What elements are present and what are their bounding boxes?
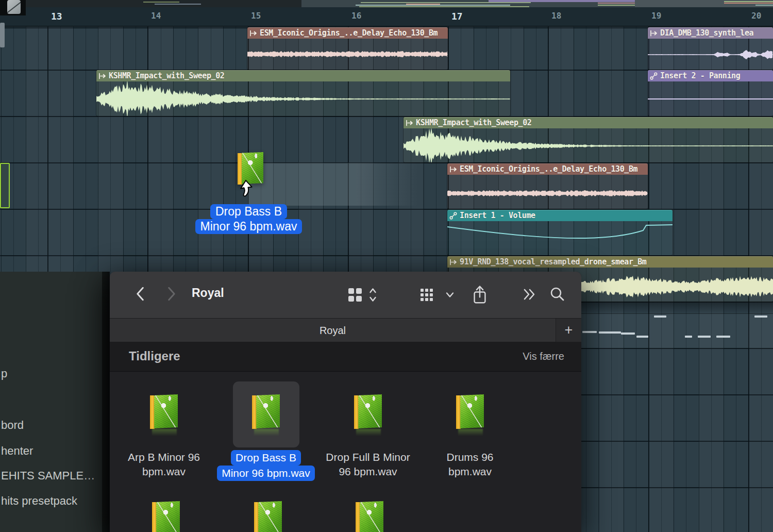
- group-by-button[interactable]: [420, 288, 433, 302]
- file-icon-face: [460, 394, 484, 428]
- drag-label-line1: Drop Bass B: [210, 204, 287, 219]
- file-label[interactable]: Drop Bass BMinor 96 bpm.wav: [212, 450, 320, 481]
- file-icon-spine: [356, 502, 360, 532]
- playlist-timeline[interactable]: 1314151617181920: [0, 7, 773, 27]
- midi-clip-shadow-band: [577, 302, 773, 314]
- vertical-scrollbar-handle[interactable]: [0, 23, 5, 47]
- sidebar-item[interactable]: p: [1, 367, 7, 380]
- file-name-line2: 96 bpm.wav: [339, 464, 397, 479]
- screen: 1314151617181920 pbordhenterEHITS SAMPLE…: [0, 0, 773, 532]
- file-icon-spine: [354, 395, 359, 429]
- file-icon[interactable]: [354, 394, 382, 429]
- section-title: Tidligere: [129, 349, 180, 363]
- file-icon-face: [156, 501, 180, 532]
- file-icon-spine: [254, 502, 259, 532]
- file-icon[interactable]: [150, 394, 178, 429]
- chevron-down-icon[interactable]: [446, 292, 454, 298]
- view-sort-chevrons-icon[interactable]: [369, 287, 377, 303]
- midi-note: [621, 332, 635, 335]
- file-label[interactable]: Drop Full B Minor96 bpm.wav: [314, 450, 422, 479]
- drag-label-line2: Minor 96 bpm.wav: [195, 219, 303, 234]
- file-icon[interactable]: [252, 394, 280, 429]
- timeline-bar-number: 20: [751, 11, 761, 21]
- sidebar-item[interactable]: bord: [1, 419, 24, 432]
- file-icon-reflection: [356, 429, 381, 436]
- midi-note: [582, 331, 597, 333]
- tab-royal[interactable]: Royal: [110, 319, 556, 342]
- finder-file-grid: Arp B Minor 96bpm.wavDrop Bass BMinor 96…: [110, 372, 581, 532]
- file-icon-reflection: [458, 429, 483, 436]
- icon-view-button[interactable]: [348, 288, 362, 302]
- file-icon[interactable]: [456, 394, 484, 429]
- playlist-corner-widget[interactable]: [7, 0, 21, 14]
- file-name-line1: Drop Bass B: [231, 450, 301, 466]
- finder-toolbar: Royal: [110, 272, 581, 318]
- file-icon-spine: [456, 395, 461, 429]
- finder-section-header: Tidligere Vis færre: [110, 342, 581, 372]
- overview-mini-clip: [598, 5, 635, 6]
- file-icon-partial[interactable]: [152, 501, 180, 532]
- midi-note: [716, 336, 730, 338]
- midi-note: [599, 331, 621, 334]
- file-icon-face: [242, 152, 264, 184]
- back-button[interactable]: [136, 287, 144, 301]
- overview-mini-clip: [724, 1, 773, 2]
- timeline-bar-number: 17: [451, 11, 463, 22]
- timeline-bar-number: 14: [151, 11, 161, 21]
- timeline-bar-number: 18: [551, 11, 561, 21]
- more-toolbar-items-icon[interactable]: [523, 289, 536, 300]
- overview-mini-clip: [361, 2, 531, 3]
- finder-sidebar: pbordhenterEHITS SAMPLE…hits presetpack: [0, 272, 102, 532]
- midi-note: [654, 315, 666, 318]
- search-icon[interactable]: [549, 286, 565, 302]
- file-name-line2: bpm.wav: [142, 464, 186, 479]
- overview-mini-clip: [143, 2, 179, 3]
- file-icon-partial[interactable]: [356, 501, 383, 532]
- timeline-bar-number: 15: [251, 11, 261, 21]
- finder-sidebar-divider: [102, 272, 110, 532]
- show-fewer-link[interactable]: Vis færre: [523, 351, 564, 362]
- pattern-clip[interactable]: [0, 163, 10, 208]
- overview-mini-clip: [755, 5, 773, 6]
- timeline-bar-number: 16: [351, 11, 361, 21]
- overview-mini-clip: [598, 3, 635, 4]
- file-label[interactable]: Arp B Minor 96bpm.wav: [110, 450, 218, 479]
- file-icon-spine: [150, 395, 155, 429]
- file-name-line2: bpm.wav: [448, 464, 492, 479]
- timeline-bar-number: 13: [51, 11, 62, 22]
- file-label[interactable]: Drums 96bpm.wav: [416, 450, 524, 479]
- file-icon-face: [360, 501, 383, 532]
- timeline-bar-number: 19: [651, 11, 661, 21]
- share-icon[interactable]: [472, 285, 488, 305]
- drag-label: Drop Bass B Minor 96 bpm.wav: [186, 204, 312, 234]
- file-icon-spine: [152, 502, 157, 532]
- sidebar-item[interactable]: henter: [1, 444, 33, 458]
- midi-note: [685, 336, 692, 338]
- overview-mini-clip: [356, 5, 510, 6]
- file-icon-partial[interactable]: [254, 501, 282, 532]
- file-icon-face: [358, 394, 382, 428]
- file-icon-face: [258, 501, 282, 532]
- file-name-line1: Drums 96: [446, 450, 493, 464]
- sidebar-item[interactable]: EHITS SAMPLE…: [1, 469, 95, 483]
- forward-button[interactable]: [167, 287, 176, 301]
- mouse-cursor-icon: [239, 180, 253, 202]
- file-icon-face: [256, 394, 280, 428]
- file-icon-reflection: [254, 429, 279, 436]
- file-name-line1: Arp B Minor 96: [128, 450, 200, 464]
- file-icon-reflection: [152, 429, 177, 436]
- midi-note: [698, 336, 711, 338]
- file-icon-spine: [252, 395, 257, 429]
- new-tab-button[interactable]: +: [556, 319, 581, 342]
- midi-clip[interactable]: [577, 313, 773, 348]
- overview-mini-clip: [155, 4, 201, 5]
- overview-mini-clip: [724, 3, 773, 4]
- file-name-line2: Minor 96 bpm.wav: [217, 466, 315, 481]
- finder-window: Royal: [110, 272, 581, 532]
- finder-tab-bar: Royal +: [110, 318, 581, 342]
- finder-title: Royal: [192, 286, 224, 300]
- playlist-overview-scrollbar[interactable]: [0, 0, 773, 7]
- sidebar-item[interactable]: hits presetpack: [1, 494, 77, 508]
- midi-note: [754, 315, 767, 318]
- midi-note: [636, 336, 648, 338]
